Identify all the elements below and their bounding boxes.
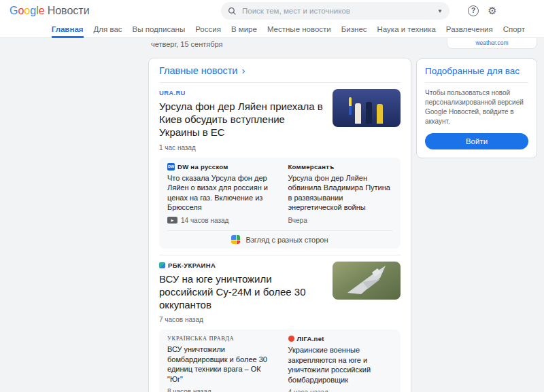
related-articles-box: УКРАЇНСЬКА ПРАВДА ВСУ уничтожили бомбард…	[159, 329, 401, 392]
tab-dlya-vas[interactable]: Для вас	[94, 22, 122, 38]
article-time: 14 часов назад	[181, 217, 228, 224]
source-label: DW на русском	[177, 163, 228, 171]
settings-gear-icon[interactable]: ⚙	[487, 5, 498, 16]
article-time: 7 часов назад	[159, 316, 324, 323]
top-stories-header-link[interactable]: Главные новости ›	[159, 65, 401, 76]
dateline: четверг, 15 сентября	[151, 40, 223, 48]
tab-razvlecheniya[interactable]: Развлечения	[446, 22, 493, 38]
tab-v-mire[interactable]: В мире	[231, 22, 257, 38]
source-label: ЛІГА.net	[297, 335, 324, 342]
search-icon	[228, 7, 237, 16]
full-coverage-icon	[231, 235, 240, 244]
tab-rossiya[interactable]: Россия	[195, 22, 221, 38]
dw-logo-icon: DW	[167, 163, 175, 171]
chevron-down-icon[interactable]: ▼	[437, 8, 443, 14]
tab-nauka-i-tekhnika[interactable]: Наука и техника	[377, 22, 436, 38]
tab-vy-podpisany[interactable]: Вы подписаны	[133, 22, 186, 38]
story-cluster: URA.RU Урсула фон дер Ляйен приехала в К…	[159, 89, 401, 249]
logo-letter: g	[30, 5, 36, 17]
full-coverage-label: Взгляд с разных сторон	[245, 236, 328, 244]
section-title: Главные новости	[159, 65, 237, 76]
nav-bar: Главная Для вас Вы подписаны Россия В ми…	[0, 22, 544, 38]
source-label: URA.RU	[159, 89, 186, 96]
article-headline[interactable]: ВСУ на юге уничтожили российский Су-24М …	[159, 272, 324, 312]
article-time: 8 часов назад	[167, 388, 211, 392]
weather-source-link[interactable]: weather.com	[447, 39, 537, 46]
article-headline[interactable]: ВСУ уничтожили бомбардировщик и более 30…	[167, 344, 272, 384]
divider	[159, 255, 401, 255]
divider	[425, 82, 528, 83]
divider	[159, 82, 401, 83]
app-header: G o o g l e Новости ▼ ? ⚙	[0, 0, 544, 22]
logo-product-name: Новости	[48, 5, 90, 17]
chevron-right-icon: ›	[241, 66, 245, 75]
article-time: Вчера	[288, 217, 307, 224]
source-label: РБК-УКРАИНА	[168, 262, 216, 269]
source-label: Коммерсантъ	[288, 163, 335, 171]
story-cluster: РБК-УКРАИНА ВСУ на юге уничтожили россий…	[159, 262, 401, 392]
article-headline[interactable]: Урсула фон дер Ляйен приехала в Киев обс…	[159, 100, 324, 139]
article-time: 1 час назад	[159, 144, 324, 152]
article-headline[interactable]: Украинские военные закрепляются на юге и…	[288, 345, 393, 385]
article-image-eu-visit[interactable]	[333, 89, 401, 127]
rbc-ukraine-logo-icon	[159, 262, 165, 268]
sign-in-button[interactable]: Войти	[425, 133, 528, 149]
top-stories-card: Главные новости › URA.RU Урсула фон дер …	[148, 58, 411, 392]
search-bar[interactable]: ▼	[221, 2, 449, 20]
picked-for-you-title: Подобранные для вас	[425, 66, 528, 76]
tab-sport[interactable]: Спорт	[503, 22, 525, 38]
logo-letter: o	[24, 5, 30, 17]
article-headline[interactable]: Что сказала Урсула фон дер Ляйен о визах…	[167, 173, 272, 213]
article-headline[interactable]: Урсула фон дер Ляйен обвинила Владимира …	[288, 173, 393, 213]
google-news-logo[interactable]: G o o g l e Новости	[10, 5, 90, 17]
source-label: УКРАЇНСЬКА ПРАВДА	[167, 335, 234, 342]
tab-mestnye-novosti[interactable]: Местные новости	[267, 22, 331, 38]
help-icon[interactable]: ?	[468, 5, 479, 16]
search-input[interactable]	[242, 7, 433, 15]
tab-biznes[interactable]: Бизнес	[341, 22, 367, 38]
related-articles-box: DW DW на русском Что сказала Урсула фон …	[159, 158, 401, 249]
full-coverage-link[interactable]: Взгляд с разных сторон	[167, 231, 392, 249]
picked-for-you-card: Подобранные для вас Чтобы пользоваться н…	[416, 58, 537, 158]
picked-for-you-text: Чтобы пользоваться новой персонализирова…	[425, 88, 528, 126]
video-icon: ▶	[167, 217, 177, 224]
logo-letter: o	[18, 5, 24, 17]
liga-net-logo-icon	[288, 336, 294, 342]
tab-glavnaya[interactable]: Главная	[52, 22, 84, 38]
article-time: 4 часа назад	[288, 389, 328, 392]
logo-letter: e	[39, 5, 45, 17]
logo-letter: G	[10, 5, 18, 17]
jet-silhouette	[333, 262, 401, 300]
article-image-jet[interactable]	[333, 262, 401, 300]
